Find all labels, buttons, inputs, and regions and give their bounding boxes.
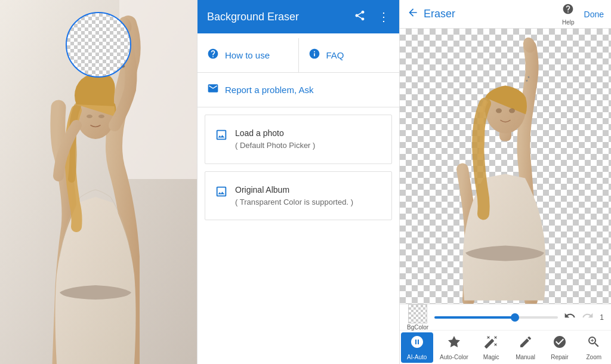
original-album-title: Original Album	[235, 184, 353, 196]
tool-magic-button[interactable]: Magic	[475, 332, 507, 363]
tool-zoom-label: Zoom	[587, 354, 602, 360]
tool-ai-auto-label: AI-Auto	[407, 354, 427, 360]
toolbar-controls: BgColor 1	[400, 304, 611, 331]
tool-zoom-button[interactable]: Zoom	[578, 332, 610, 363]
load-photo-section: Load a photo ( Default Photo Picker )	[205, 115, 392, 164]
email-icon	[207, 82, 219, 97]
photo-load-icon	[215, 128, 228, 144]
editor-header: Eraser Help Done	[400, 0, 611, 29]
tool-magic-icon	[484, 335, 498, 352]
app-title: Background Eraser	[207, 11, 299, 23]
undo-count: 1	[600, 313, 604, 322]
tool-ai-auto-button[interactable]: AI-Auto	[401, 332, 433, 363]
more-options-icon[interactable]: ⋮	[378, 10, 390, 24]
edited-photo: ✦✦	[400, 29, 611, 304]
photo-background: ❋	[0, 0, 197, 364]
load-photo-text: Load a photo ( Default Photo Picker )	[235, 127, 315, 152]
tool-manual-icon	[519, 335, 533, 352]
redo-button[interactable]	[582, 310, 594, 325]
menu-panel: Background Eraser ⋮ How to use	[197, 0, 400, 364]
undo-button[interactable]	[564, 310, 576, 325]
svg-point-6	[98, 115, 104, 118]
tool-auto-color-icon	[447, 335, 461, 352]
report-label: Report a problem, Ask	[225, 85, 313, 95]
toolbar-tools: AI-Auto Auto-Color Magic Manual Repair Z…	[400, 331, 611, 364]
slider-thumb[interactable]	[511, 313, 519, 322]
menu-header: Background Eraser ⋮	[198, 0, 399, 33]
tool-repair-icon	[553, 335, 567, 352]
header-icons: ⋮	[354, 10, 390, 24]
svg-point-10	[509, 109, 515, 113]
original-album-button[interactable]: Original Album ( Transparent Color is su…	[205, 172, 391, 220]
info-circle-icon	[308, 48, 320, 63]
tool-magic-label: Magic	[483, 354, 499, 360]
tool-repair-button[interactable]: Repair	[544, 332, 576, 363]
brush-size-slider[interactable]	[434, 316, 558, 319]
load-photo-sub: ( Default Photo Picker )	[235, 140, 315, 152]
editor-toolbar: BgColor 1 AI-Aut	[400, 304, 611, 364]
album-icon	[215, 185, 228, 201]
tool-manual-button[interactable]: Manual	[510, 332, 542, 363]
load-photo-button[interactable]: Load a photo ( Default Photo Picker )	[205, 115, 391, 164]
svg-point-9	[496, 109, 502, 113]
svg-point-5	[87, 115, 92, 118]
bg-color-control[interactable]: BgColor	[407, 304, 428, 331]
done-button[interactable]: Done	[584, 10, 604, 19]
editor-header-right: Help Done	[562, 3, 604, 26]
svg-marker-13	[448, 336, 460, 347]
bg-color-label: BgColor	[407, 324, 428, 331]
tool-repair-label: Repair	[551, 354, 568, 360]
load-photo-title: Load a photo	[235, 127, 315, 140]
faq-button[interactable]: FAQ	[299, 38, 400, 72]
slider-fill	[434, 316, 515, 319]
photo-panel: ❋	[0, 0, 197, 364]
tool-ai-auto-icon	[410, 335, 424, 352]
original-album-sub: ( Transparent Color is supported. )	[235, 196, 353, 208]
tool-zoom-icon	[587, 335, 601, 352]
question-circle-icon	[207, 48, 219, 63]
bg-color-box[interactable]	[408, 304, 427, 323]
original-album-text: Original Album ( Transparent Color is su…	[235, 184, 353, 208]
slider-track[interactable]	[434, 316, 558, 319]
transparent-preview-circle	[66, 12, 131, 78]
original-album-section: Original Album ( Transparent Color is su…	[205, 171, 392, 221]
menu-content: How to use FAQ Report a problem, Ask	[198, 33, 399, 364]
editor-canvas[interactable]: ✦✦	[400, 29, 611, 304]
faq-label: FAQ	[326, 50, 344, 60]
editor-title: Eraser	[424, 8, 557, 20]
how-to-faq-row: How to use FAQ	[198, 38, 399, 73]
editor-panel: Eraser Help Done	[400, 0, 611, 364]
help-icon	[562, 3, 574, 18]
tool-auto-color-label: Auto-Color	[440, 354, 468, 360]
how-to-use-button[interactable]: How to use	[198, 38, 299, 72]
share-icon[interactable]	[354, 10, 366, 24]
report-problem-button[interactable]: Report a problem, Ask	[198, 73, 399, 107]
how-to-use-label: How to use	[225, 50, 270, 60]
help-label: Help	[562, 19, 575, 26]
back-button[interactable]	[407, 7, 419, 21]
help-button[interactable]: Help	[562, 3, 575, 26]
tool-manual-label: Manual	[516, 354, 535, 360]
tool-auto-color-button[interactable]: Auto-Color	[435, 332, 473, 363]
